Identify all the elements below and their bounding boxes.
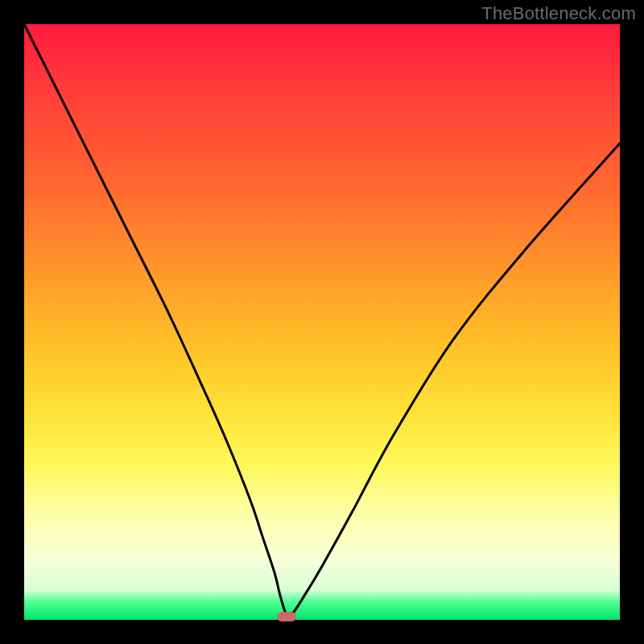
chart-frame: TheBottleneck.com [0, 0, 644, 644]
plot-area [24, 24, 620, 620]
bottleneck-curve [24, 24, 620, 620]
watermark-text: TheBottleneck.com [481, 3, 636, 24]
optimal-point-marker [277, 612, 296, 621]
